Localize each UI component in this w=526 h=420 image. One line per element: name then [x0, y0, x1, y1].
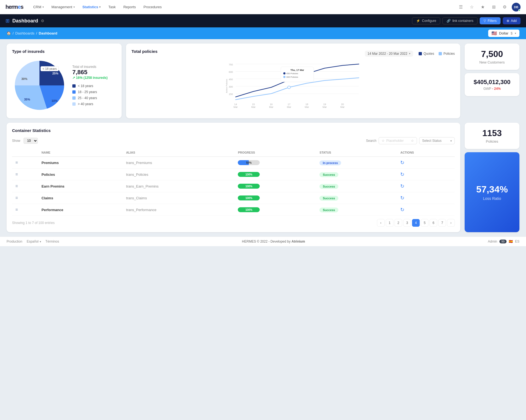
nav-crm[interactable]: CRM ▾	[30, 3, 47, 11]
table-row: ≡ Earn Premins trans_Earn_Premins 100% S…	[12, 180, 455, 192]
currency-selector[interactable]: 🇺🇸 Dollar $ ▾	[488, 30, 519, 37]
search-input[interactable]: ☆ Placeholder ☆	[379, 137, 417, 144]
menu-icon[interactable]: ☰	[457, 3, 465, 11]
total-insureds-value: 7,865	[72, 69, 108, 76]
settings-icon[interactable]: ⚙	[501, 3, 508, 11]
row-status: Success	[316, 180, 397, 192]
nav-management[interactable]: Management ▾	[48, 3, 78, 11]
page-7[interactable]: 7	[438, 219, 446, 227]
row-name: Policies	[38, 169, 123, 180]
footer-language-selector[interactable]: Español ▾	[27, 240, 41, 243]
dashboard-settings-icon[interactable]: ⚙	[41, 19, 44, 23]
avatar[interactable]: DB	[512, 3, 521, 11]
home-icon[interactable]: 🏠	[7, 31, 11, 35]
svg-point-33	[283, 76, 285, 78]
dashboard-header-actions: ⚡ Configure 🔗 link containers ▽ Filters …	[412, 17, 521, 24]
avatar-status-dot	[518, 9, 521, 11]
page-4[interactable]: 4	[412, 219, 420, 227]
row-status: Success	[316, 192, 397, 204]
nav-reports[interactable]: Reports	[120, 3, 139, 11]
footer-left: Production Español ▾ Términos	[7, 240, 59, 243]
legend-policies: Policies	[439, 52, 455, 56]
svg-text:15: 15	[252, 103, 255, 106]
reload-button[interactable]: ↻	[400, 183, 404, 189]
footer-flag: 🇪🇸	[509, 240, 513, 243]
page-3[interactable]: 3	[403, 219, 411, 227]
page-2[interactable]: 2	[395, 219, 402, 227]
row-actions[interactable]: ↻	[397, 204, 455, 216]
reload-button[interactable]: ↻	[400, 195, 404, 201]
policy-dot-17mar	[288, 86, 290, 89]
insurance-card-title: Type of insureds	[12, 49, 116, 54]
top-row: Type of insureds < 18 years 25%	[7, 44, 519, 118]
add-button[interactable]: ⊕ Add	[503, 17, 521, 24]
pagination: ‹ 1 2 3 4 5 6 7 ›	[377, 219, 455, 227]
insurance-type-card: Type of insureds < 18 years 25%	[7, 44, 122, 118]
pie-tooltip-label: < 18 years	[41, 66, 59, 71]
svg-text:Mar: Mar	[287, 106, 291, 108]
star-filled-icon[interactable]: ★	[479, 3, 487, 11]
row-actions[interactable]: ↻	[397, 169, 455, 180]
svg-text:19: 19	[323, 103, 326, 106]
svg-text:Mar: Mar	[269, 106, 273, 108]
table-row: ≡ Performance trans_Performance 100% Suc…	[12, 204, 455, 216]
col-status: STATUS	[316, 149, 397, 157]
star-outline-icon[interactable]: ☆	[468, 3, 476, 11]
legend-item-4: > 40 years	[72, 102, 108, 106]
row-alias: trans_Premiums	[123, 157, 235, 169]
col-alias: ALIAS	[123, 149, 235, 157]
insurance-stats: Total of insureds 7,865 ↗ 16% (1258 insu…	[72, 65, 108, 106]
status-select[interactable]: Select Status ▾	[419, 137, 455, 144]
svg-text:Mar: Mar	[305, 106, 309, 108]
logo: hermes	[5, 4, 23, 10]
row-icon: ≡	[12, 192, 38, 204]
svg-text:450: 450	[229, 78, 233, 81]
date-range-selector[interactable]: 14 Mar 2022 - 20 Mar 2022 ▾	[365, 51, 413, 57]
row-progress: 100%	[235, 180, 316, 192]
svg-text:Mar: Mar	[233, 106, 238, 108]
page-6[interactable]: 6	[430, 219, 437, 227]
svg-text:150: 150	[229, 93, 233, 96]
bottom-row: Container Statistics Show 10 Search ☆ Pl…	[7, 123, 519, 232]
reload-button[interactable]: ↻	[400, 207, 404, 212]
nav-procedures[interactable]: Procedures	[140, 3, 165, 11]
dashboard-grid-icon: ⊞	[5, 18, 10, 24]
reload-button[interactable]: ↻	[400, 172, 404, 177]
dashboard-header: ⊞ Dashboard ⚙ ⚡ Configure 🔗 link contain…	[0, 14, 526, 27]
footer-terms[interactable]: Términos	[45, 240, 59, 243]
new-customers-card: 7,500 New Customers	[465, 44, 519, 70]
next-page-button[interactable]: ›	[447, 219, 455, 227]
show-select[interactable]: 10	[24, 138, 38, 144]
chart-legend: Quotes Policies	[419, 52, 455, 56]
link-icon: 🔗	[447, 19, 451, 23]
svg-text:Thu, 17 Mar: Thu, 17 Mar	[290, 69, 304, 71]
container-stats-title: Container Statistics	[12, 128, 455, 133]
row-actions[interactable]: ↻	[397, 157, 455, 169]
breadcrumb-dashboards[interactable]: Dashboards	[15, 31, 35, 35]
col-name	[12, 149, 38, 157]
link-containers-button[interactable]: 🔗 link containers	[442, 17, 478, 24]
nav-statistics[interactable]: Statistics ▾	[79, 3, 104, 11]
legend-quotes: Quotes	[419, 52, 434, 56]
row-actions[interactable]: ↻	[397, 192, 455, 204]
svg-text:10%: 10%	[52, 99, 58, 102]
reload-button[interactable]: ↻	[400, 160, 404, 165]
line-chart-svg: 750 600 450 300 150 Active Policies	[132, 61, 455, 111]
configure-button[interactable]: ⚡ Configure	[412, 17, 440, 24]
grid-icon[interactable]: ⊞	[490, 3, 498, 11]
row-actions[interactable]: ↻	[397, 180, 455, 192]
page-1[interactable]: 1	[386, 219, 393, 227]
filters-button[interactable]: ▽ Filters	[480, 17, 501, 24]
prev-page-button[interactable]: ‹	[377, 219, 385, 227]
pie-legend: < 18 years 18 - 25 years 25 - 40 years	[72, 84, 108, 106]
col-name-label: NAME	[38, 149, 123, 157]
search-area: Search ☆ Placeholder ☆ Select Status ▾	[366, 137, 455, 144]
footer-env: Production	[7, 240, 22, 243]
row-name: Earn Premins	[38, 180, 123, 192]
footer-brand: Atrinium	[291, 240, 305, 243]
nav-task[interactable]: Task	[105, 3, 119, 11]
legend-dot-2	[72, 90, 76, 94]
page-5[interactable]: 5	[421, 219, 428, 227]
search-star2-icon: ☆	[411, 139, 414, 143]
table-row: ≡ Premiums trans_Premiums 50% In process…	[12, 157, 455, 169]
